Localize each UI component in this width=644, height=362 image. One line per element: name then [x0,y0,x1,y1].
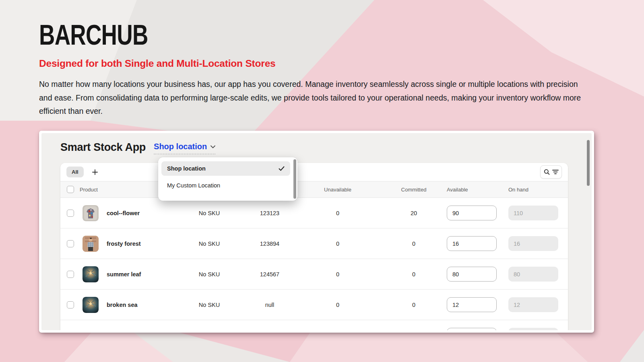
row-checkbox[interactable] [67,210,74,217]
barcode-cell: null [250,302,290,308]
product-name: broken sea [107,302,138,308]
location-selector-label: Shop location [154,142,207,151]
table-row: summer leaf No SKU 124567 0 0 [60,259,568,290]
sku-cell: No SKU [169,241,250,247]
select-all-checkbox[interactable] [67,186,74,193]
available-input[interactable] [447,236,497,251]
available-input[interactable] [447,328,497,330]
chevron-down-icon [211,145,215,148]
table-header-row: Product Unavailable Committed Available … [60,181,568,198]
unavailable-cell: 0 [290,210,386,216]
search-icon [544,169,550,175]
table-row: broken sea No SKU null 0 0 [60,290,568,320]
available-input[interactable] [447,267,497,282]
committed-cell: 0 [386,302,442,308]
column-header-committed: Committed [386,187,442,193]
row-checkbox[interactable] [67,240,74,247]
table-row: frosty forest No SKU 123894 0 0 [60,228,568,259]
available-input[interactable] [447,206,497,220]
barcode-cell: 124567 [250,271,290,278]
table-row-partial [60,320,568,330]
product-image [83,266,99,282]
on-hand-input [508,206,558,220]
column-header-product: Product [80,187,169,193]
committed-cell: 20 [386,210,442,216]
plus-icon [92,169,98,175]
location-selector[interactable]: Shop location [154,142,215,154]
page-title: BARCHUB [39,21,472,49]
available-input[interactable] [447,297,497,312]
row-checkbox[interactable] [67,271,74,278]
column-header-on-hand: On hand [502,187,568,193]
committed-cell: 0 [386,271,442,278]
product-image [83,297,99,313]
unavailable-cell: 0 [290,271,386,278]
row-checkbox[interactable] [67,301,74,309]
app-surface: Smart Stock App Shop location All [41,133,592,330]
app-window: Smart Stock App Shop location All [39,131,594,333]
product-name: frosty forest [107,241,141,247]
tab-all[interactable]: All [66,167,84,177]
committed-cell: 0 [386,241,442,247]
unavailable-cell: 0 [290,241,386,247]
barcode-cell: 123894 [250,241,290,247]
app-scrollbar[interactable] [587,140,590,186]
inventory-panel: All Product Unavailable [60,163,568,330]
column-header-available: Available [442,187,502,193]
dropdown-item-shop-location[interactable]: Shop location [161,161,290,176]
app-title: Smart Stock App [60,141,146,154]
check-icon [279,166,285,171]
product-name: summer leaf [107,271,141,278]
column-header-unavailable: Unavailable [290,187,386,193]
dropdown-scrollbar[interactable] [293,159,296,199]
sku-cell: No SKU [169,302,250,308]
page: BARCHUB Designed for both Single and Mul… [0,0,644,362]
product-name: cool--flower [107,210,140,216]
search-filter-button[interactable] [540,165,562,179]
on-hand-input [508,297,558,312]
sku-cell: No SKU [169,271,250,278]
page-description: No matter how many locations your busine… [39,78,587,118]
unavailable-cell: 0 [290,302,386,308]
table-row: cool--flower No SKU 123123 0 20 [60,198,568,228]
product-image [83,236,99,252]
filter-icon [552,169,559,175]
on-hand-input [508,328,558,330]
product-image [83,205,99,221]
sku-cell: No SKU [169,210,250,216]
on-hand-input [508,267,558,282]
page-subtitle: Designed for both Single and Multi-Locat… [39,58,594,69]
barcode-cell: 123123 [250,210,290,216]
dropdown-item-my-custom-location[interactable]: My Custom Location [161,177,290,193]
on-hand-input [508,236,558,251]
location-dropdown: Shop location My Custom Location [158,157,297,201]
add-view-button[interactable] [89,167,101,178]
